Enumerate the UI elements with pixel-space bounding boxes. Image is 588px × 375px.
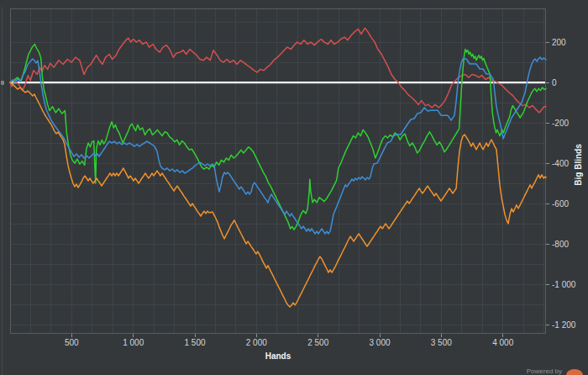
- y-tick-label: -600: [552, 199, 569, 209]
- bb-winnings-line-chart[interactable]: 5001 0001 5002 0002 5003 0003 5004 00020…: [0, 0, 588, 375]
- x-tick-label: 4 000: [492, 338, 513, 347]
- x-tick-label: 1 500: [184, 338, 205, 347]
- red-line: [10, 28, 546, 113]
- x-axis-title: Hands: [265, 351, 291, 361]
- y-tick-label: 0: [552, 78, 557, 87]
- y-tick-label: 200: [552, 38, 566, 47]
- x-tick-label: 3 500: [431, 338, 452, 347]
- y-tick-label: -200: [552, 119, 569, 128]
- x-tick-label: 3 000: [369, 338, 390, 347]
- y-tick-label: -1 200: [552, 320, 576, 330]
- poker-results-graph-window: 5001 0001 5002 0002 5003 0003 5004 00020…: [0, 0, 588, 375]
- y-tick-labels: 2000-200-400-600-800-1 000-1 200: [552, 38, 576, 330]
- powered-by-branding[interactable]: Powered by: [527, 364, 583, 375]
- x-tick-label: 2 500: [307, 338, 328, 347]
- x-tick-label: 1 000: [123, 338, 144, 347]
- flame-logo-icon: [566, 369, 583, 375]
- y-tick-label: -800: [552, 240, 569, 249]
- x-tick-label: 2 000: [246, 338, 267, 347]
- y-tick-label: -1 000: [552, 280, 576, 289]
- orange-line: [10, 82, 546, 307]
- x-tick-label: 500: [65, 338, 79, 347]
- y-tick-label: -400: [552, 159, 569, 168]
- powered-by-label: Powered by: [527, 367, 562, 375]
- x-tick-labels: 5001 0001 5002 0002 5003 0003 5004 000: [65, 338, 514, 347]
- y-axis-title: Big Blinds: [574, 144, 583, 185]
